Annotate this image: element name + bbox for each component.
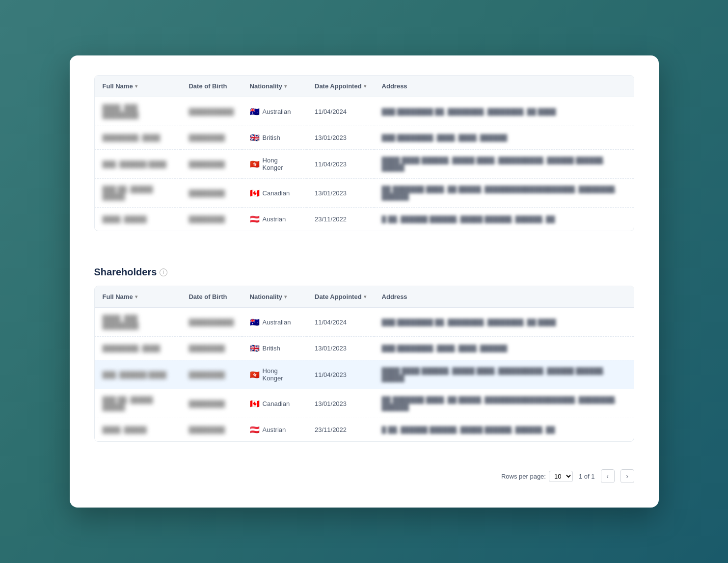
flag-icon: 🇭🇰 [250,160,260,169]
address-cell: ████ ████ ██████, █████ ████, ██████████… [374,150,634,179]
sh-col-nationality[interactable]: Nationality ▾ [242,286,307,308]
name-cell[interactable]: ████, ███ ████████ [95,97,181,126]
nationality-label: Hong Konger [263,157,299,171]
nationality-cell: 🇨🇦Canadian [242,179,307,208]
address-cell: ██ ███████ ████, ██ █████, █████████████… [374,389,634,418]
flag-icon: 🇦🇹 [250,425,260,434]
date-appointed-cell: 23/11/2022 [307,208,374,231]
page-info: 1 of 1 [579,473,595,480]
dob-cell: ██████████ [181,308,242,337]
nationality-label: British [263,134,280,141]
nationality-label: Canadian [263,189,290,197]
sh-col-dob: Date of Birth [181,286,242,308]
dob-cell: ████████ [181,360,242,389]
flag-icon: 🇨🇦 [250,188,260,198]
nationality-cell: 🇦🇺Australian [242,308,307,337]
sh-col-date-appointed[interactable]: Date Appointed ▾ [307,286,374,308]
rows-per-page-select[interactable]: 10 25 50 [549,471,573,482]
shareholders-info-icon[interactable]: i [160,268,167,276]
nationality-cell: 🇦🇹Austrian [242,208,307,231]
nationality-cell: 🇬🇧British [242,126,307,150]
col-date-appointed[interactable]: Date Appointed ▾ [307,76,374,97]
directors-table-header-row: Full Name ▾ Date of Birth Nationality ▾ [95,76,634,97]
nationality-label: Austrian [263,426,286,433]
table-row: ████, █████████████🇦🇹Austrian23/11/2022█… [95,418,634,442]
table-row: ███ ██, █████ █████████████🇨🇦Canadian13/… [95,179,634,208]
directors-table-wrapper: Full Name ▾ Date of Birth Nationality ▾ [94,75,634,231]
flag-icon: 🇦🇺 [250,107,260,116]
table-row: ████, ███ ██████████████████🇦🇺Australian… [95,97,634,126]
name-cell[interactable]: ████████, ████ [95,337,181,360]
dob-cell: ████████ [181,418,242,442]
shareholders-table: Full Name ▾ Date of Birth Nationality ▾ [95,286,634,441]
name-cell[interactable]: ████, ███ ████████ [95,308,181,337]
pagination-row: Rows per page: 10 25 50 1 of 1 ‹ › [94,461,634,483]
table-row: ████████, ████████████🇬🇧British13/01/202… [95,126,634,150]
sort-arrow-name: ▾ [135,83,137,89]
col-full-name[interactable]: Full Name ▾ [95,76,181,97]
date-appointed-cell: 11/04/2023 [307,360,374,389]
date-appointed-cell: 13/01/2023 [307,126,374,150]
nationality-cell: 🇦🇹Austrian [242,418,307,442]
address-cell: ███ ████████, ████, ████, ██████ [374,126,634,150]
directors-table: Full Name ▾ Date of Birth Nationality ▾ [95,76,634,231]
flag-icon: 🇬🇧 [250,344,260,353]
col-address: Address [374,76,634,97]
nationality-label: British [263,345,280,352]
nationality-cell: 🇭🇰Hong Konger [242,150,307,179]
nationality-label: Hong Konger [263,367,299,382]
sh-sort-arrow-nationality: ▾ [284,294,287,299]
flag-icon: 🇨🇦 [250,399,260,408]
name-cell[interactable]: ███ ██, █████ █████ [95,389,181,418]
table-row: ███ ██, █████ █████████████🇨🇦Canadian13/… [95,389,634,418]
name-cell[interactable]: ███, ██████ ████ [95,150,181,179]
nationality-label: Australian [263,108,291,115]
dob-cell: ████████ [181,389,242,418]
sh-col-full-name[interactable]: Full Name ▾ [95,286,181,308]
col-dob: Date of Birth [181,76,242,97]
name-cell[interactable]: ████, █████ [95,418,181,442]
flag-icon: 🇦🇺 [250,318,260,327]
rows-per-page: Rows per page: 10 25 50 [501,471,573,482]
address-cell: ███ ████████ ██, ████████, ████████, ██ … [374,308,634,337]
address-cell: ████ ████ ██████, █████ ████, ██████████… [374,360,634,389]
dob-cell: ████████ [181,126,242,150]
name-cell[interactable]: ███, ██████ ████ [95,360,181,389]
table-row: ████, █████████████🇦🇹Austrian23/11/2022█… [95,208,634,231]
nationality-cell: 🇦🇺Australian [242,97,307,126]
main-card: Full Name ▾ Date of Birth Nationality ▾ [70,55,659,508]
dob-cell: ██████████ [181,97,242,126]
address-cell: █ ██, ██████ ██████, █████ ██████, █████… [374,208,634,231]
col-nationality[interactable]: Nationality ▾ [242,76,307,97]
flag-icon: 🇦🇹 [250,214,260,224]
date-appointed-cell: 11/04/2023 [307,150,374,179]
nationality-cell: 🇭🇰Hong Konger [242,360,307,389]
prev-page-button[interactable]: ‹ [601,469,615,483]
dob-cell: ████████ [181,208,242,231]
shareholders-table-wrapper: Full Name ▾ Date of Birth Nationality ▾ [94,286,634,442]
dob-cell: ████████ [181,337,242,360]
sort-arrow-nationality: ▾ [284,83,287,89]
table-row: ████████, ████████████🇬🇧British13/01/202… [95,337,634,360]
flag-icon: 🇭🇰 [250,370,260,379]
sort-arrow-date-appointed: ▾ [364,83,366,89]
shareholders-section-title: Shareholders i [94,267,634,278]
address-cell: ███ ████████, ████, ████, ██████ [374,337,634,360]
date-appointed-cell: 11/04/2024 [307,97,374,126]
date-appointed-cell: 13/01/2023 [307,179,374,208]
dob-cell: ████████ [181,150,242,179]
dob-cell: ████████ [181,179,242,208]
next-page-button[interactable]: › [620,469,634,483]
name-cell[interactable]: ████████, ████ [95,126,181,150]
name-cell[interactable]: ████, █████ [95,208,181,231]
address-cell: █ ██, ██████ ██████, █████ ██████, █████… [374,418,634,442]
date-appointed-cell: 23/11/2022 [307,418,374,442]
name-cell[interactable]: ███ ██, █████ █████ [95,179,181,208]
date-appointed-cell: 13/01/2023 [307,389,374,418]
sh-sort-arrow-name: ▾ [135,294,137,299]
table-row: ████, ███ ██████████████████🇦🇺Australian… [95,308,634,337]
nationality-label: Austrian [263,215,286,223]
nationality-cell: 🇬🇧British [242,337,307,360]
nationality-cell: 🇨🇦Canadian [242,389,307,418]
table-row: ███, ██████ ████████████🇭🇰Hong Konger11/… [95,360,634,389]
